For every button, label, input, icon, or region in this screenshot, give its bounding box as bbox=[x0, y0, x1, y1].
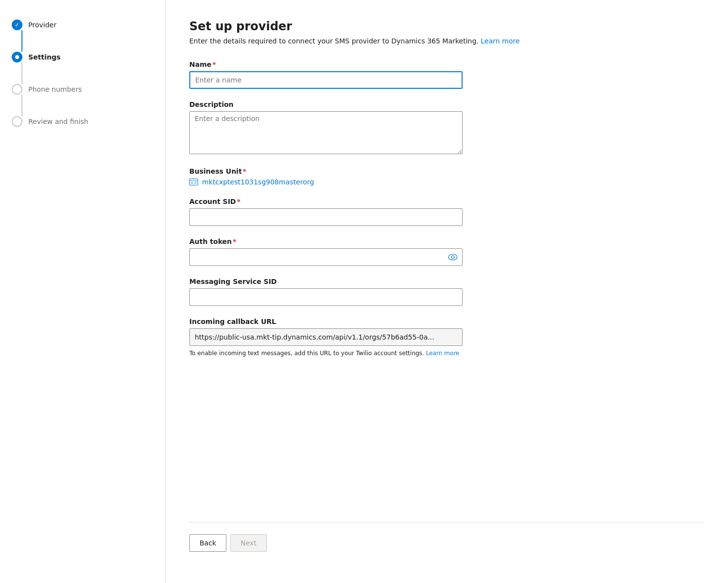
step-item-provider: ✓ Provider bbox=[12, 20, 154, 30]
messaging-service-sid-input[interactable] bbox=[189, 288, 463, 306]
step-connector-2 bbox=[21, 62, 22, 84]
checkmark-icon: ✓ bbox=[15, 21, 20, 28]
step-label-review-finish: Review and finish bbox=[28, 118, 88, 125]
step-item-phone-numbers: Phone numbers bbox=[12, 84, 154, 95]
callback-url-field-group: Incoming callback URL https://public-usa… bbox=[189, 318, 705, 358]
step-circle-review-finish bbox=[12, 116, 22, 127]
messaging-service-sid-field-group: Messaging Service SID bbox=[189, 278, 705, 306]
connector-line-2 bbox=[21, 62, 22, 84]
step-circle-provider: ✓ bbox=[12, 20, 22, 30]
page-title: Set up provider bbox=[189, 20, 705, 33]
business-unit-text: mktcxptest1031sg908masterorg bbox=[202, 178, 314, 186]
step-circle-phone-numbers bbox=[12, 84, 22, 95]
back-button[interactable]: Back bbox=[189, 534, 226, 552]
auth-token-label: Auth token* bbox=[189, 238, 705, 245]
name-required: * bbox=[212, 60, 216, 68]
description-textarea[interactable] bbox=[189, 111, 463, 154]
account-sid-required: * bbox=[237, 198, 240, 205]
step-item-review-finish: Review and finish bbox=[12, 116, 154, 127]
business-unit-icon bbox=[189, 179, 198, 185]
svg-point-1 bbox=[448, 254, 457, 260]
business-unit-field-group: Business Unit* mktcxptest1031sg908master… bbox=[189, 167, 705, 186]
step-list: ✓ Provider Settings Phone numbers bbox=[12, 20, 154, 127]
description-field-group: Description bbox=[189, 101, 705, 156]
messaging-service-sid-label: Messaging Service SID bbox=[189, 278, 705, 285]
callback-url-text: https://public-usa.mkt-tip.dynamics.com/… bbox=[195, 333, 434, 341]
name-field-group: Name* bbox=[189, 60, 705, 89]
account-sid-field-group: Account SID* bbox=[189, 198, 705, 226]
main-content: Set up provider Enter the details requir… bbox=[166, 0, 728, 583]
callback-learn-more-link[interactable]: Learn more bbox=[426, 350, 459, 357]
step-item-settings: Settings bbox=[12, 52, 154, 62]
callback-url-label: Incoming callback URL bbox=[189, 318, 705, 325]
active-dot bbox=[15, 55, 19, 59]
footer-bar: Back Next bbox=[189, 522, 705, 563]
step-label-settings: Settings bbox=[28, 53, 61, 61]
account-sid-label: Account SID* bbox=[189, 198, 705, 205]
business-unit-required: * bbox=[243, 167, 246, 175]
learn-more-link[interactable]: Learn more bbox=[481, 37, 520, 45]
name-label: Name* bbox=[189, 60, 705, 68]
step-connector-1 bbox=[21, 30, 22, 52]
callback-help-text: To enable incoming text messages, add th… bbox=[189, 349, 463, 358]
description-label: Description bbox=[189, 101, 705, 108]
name-input[interactable] bbox=[189, 71, 463, 89]
toggle-password-icon[interactable] bbox=[448, 254, 458, 261]
business-unit-value[interactable]: mktcxptest1031sg908masterorg bbox=[189, 178, 705, 186]
auth-token-input[interactable] bbox=[189, 248, 463, 266]
auth-token-input-wrapper bbox=[189, 248, 463, 266]
account-sid-input[interactable] bbox=[189, 208, 463, 226]
step-connector-3 bbox=[21, 95, 22, 116]
page-description: Enter the details required to connect yo… bbox=[189, 37, 705, 45]
connector-line-1 bbox=[21, 30, 22, 52]
connector-line-3 bbox=[21, 95, 22, 116]
sidebar: ✓ Provider Settings Phone numbers bbox=[0, 0, 166, 583]
step-label-provider: Provider bbox=[28, 21, 57, 29]
auth-token-required: * bbox=[233, 238, 236, 245]
callback-url-box: https://public-usa.mkt-tip.dynamics.com/… bbox=[189, 328, 463, 346]
auth-token-field-group: Auth token* bbox=[189, 238, 705, 266]
next-button[interactable]: Next bbox=[230, 534, 267, 552]
business-unit-label: Business Unit* bbox=[189, 167, 705, 175]
svg-point-2 bbox=[451, 256, 454, 259]
step-circle-settings bbox=[12, 52, 22, 62]
step-label-phone-numbers: Phone numbers bbox=[28, 85, 82, 93]
